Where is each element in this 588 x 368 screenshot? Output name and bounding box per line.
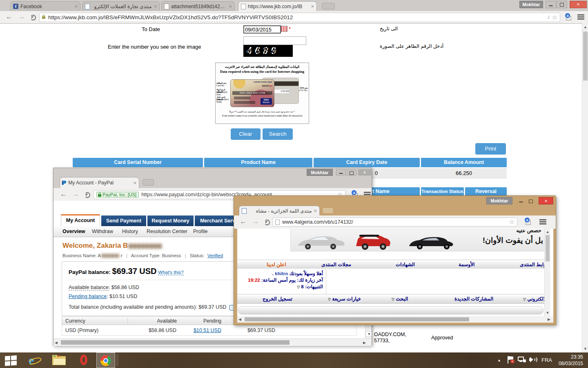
minimize-button[interactable] [336, 169, 346, 175]
scroll-left-icon[interactable]: ◀ [238, 317, 241, 321]
scroll-up-icon[interactable]: ▲ [582, 25, 588, 29]
whats-this-link[interactable]: What's this? [158, 270, 183, 275]
reload-button[interactable] [30, 15, 36, 20]
available-balance-link[interactable]: Available balance [69, 285, 109, 291]
tab-jkb-active[interactable]: https://www.jkb.com.jo/IB × [238, 1, 317, 11]
tab-request-money[interactable]: Request Money [147, 215, 194, 226]
minimize-button[interactable] [546, 1, 556, 8]
tab-paypal[interactable]: P My Account - PayPal × [60, 177, 139, 188]
tab-attachment[interactable]: attachment51849d142524 × [161, 1, 235, 11]
scroll-down-icon[interactable]: ▼ [582, 347, 588, 351]
minimize-button[interactable] [517, 198, 526, 204]
back-button[interactable]: ← [60, 190, 67, 198]
bookmark-star-icon[interactable]: ☆ [509, 218, 514, 226]
menu-advertise[interactable]: اعلن لدينا [267, 262, 286, 267]
captcha-input[interactable] [243, 36, 306, 45]
volume-icon[interactable] [529, 356, 537, 364]
profile-button[interactable]: Mokhtar [519, 1, 543, 8]
close-button[interactable]: × [358, 169, 371, 175]
cars-banner[interactable]: خصص عليه بل أن يفوت الأوان! [290, 229, 545, 251]
forum-content-vscrollbar[interactable]: ▲ ▼ [544, 229, 550, 316]
menu-email-fragment[interactable]: ▽ ع الالكتروني [523, 296, 544, 302]
internet-explorer-icon[interactable]: e [27, 353, 42, 367]
tab-close-icon[interactable]: × [154, 4, 157, 9]
subnav-profile[interactable]: Profile [193, 229, 207, 234]
scroll-down-icon[interactable]: ▼ [365, 331, 372, 337]
tab-my-account[interactable]: My Account [61, 214, 100, 226]
scrollbar-thumb[interactable] [546, 235, 550, 261]
clock[interactable]: 23:35 08/03/2015 [556, 354, 583, 367]
subnav-withdraw[interactable]: Withdraw [92, 229, 113, 234]
tab-close-icon[interactable]: × [133, 180, 136, 186]
close-button[interactable]: × [570, 1, 587, 8]
main-url-bar[interactable]: https://www.jkb.com.jo/IBS/eFRMWmJLWxBxU… [39, 13, 560, 22]
menu-search[interactable]: ▽ البحث [392, 296, 408, 302]
tab-close-icon[interactable]: × [314, 208, 317, 213]
scrollbar-thumb[interactable] [245, 317, 469, 321]
file-explorer-icon[interactable] [52, 355, 66, 366]
menu-icon[interactable] [364, 192, 371, 193]
subnav-history[interactable]: History [122, 229, 138, 234]
scrollbar-thumb[interactable] [583, 31, 588, 81]
scroll-left-icon[interactable]: ◀ [55, 341, 58, 345]
menu-logout[interactable]: تسجيل الخروج [263, 296, 292, 302]
forward-button[interactable]: → [72, 190, 79, 198]
reload-button[interactable] [264, 220, 270, 225]
profile-button[interactable]: Mokhtar [486, 197, 512, 204]
clear-button[interactable]: Clear [231, 128, 261, 140]
tab-forum[interactable]: منتدى اللمة الجزائرية - مشاه × [239, 206, 320, 215]
collapsed-section-bar[interactable] [238, 306, 543, 314]
new-tab-button[interactable] [322, 3, 335, 9]
dropdown-icon[interactable]: ▽ [297, 285, 300, 289]
new-tab-button[interactable] [143, 179, 154, 186]
new-tab-button[interactable] [322, 207, 334, 214]
scroll-right-icon[interactable]: ▶ [363, 341, 366, 345]
bookmark-star-icon[interactable]: ☆ [552, 14, 557, 21]
menu-forum-magazines[interactable]: مجلات المنتدى [321, 262, 351, 267]
username-link[interactable]: khitro [275, 271, 288, 276]
print-button[interactable]: Print [475, 143, 506, 155]
tray-show-hidden-icons[interactable]: ▲ [497, 358, 501, 362]
alerts-line[interactable]: التنبيهات: 8 ▽ [241, 283, 323, 290]
subnav-overview[interactable]: Overview [62, 229, 85, 234]
menu-forum-links[interactable]: وابط المنتدى [520, 262, 544, 267]
tab-facebook[interactable]: f Facebook × [10, 1, 80, 11]
forum-horizontal-scrollbar[interactable]: ◀ ▶ [237, 316, 553, 323]
back-button[interactable]: ← [240, 218, 247, 226]
forward-button[interactable]: → [252, 218, 259, 226]
scroll-down-icon[interactable]: ▼ [545, 311, 550, 315]
scroll-right-icon[interactable]: ▶ [548, 317, 550, 321]
menu-new-posts[interactable]: المشاركات الجديدة [454, 296, 493, 302]
main-vertical-scrollbar[interactable]: ▲ ▼ [582, 23, 588, 352]
translate-icon[interactable]: a [565, 14, 571, 20]
chrome-taskbar-button[interactable] [96, 352, 115, 368]
tab-close-icon[interactable]: × [311, 4, 314, 9]
maximize-button[interactable] [526, 198, 535, 204]
profile-button[interactable]: Mokhtar [307, 169, 333, 176]
start-button[interactable] [5, 355, 17, 366]
menu-certificates[interactable]: الشهادات [396, 262, 415, 267]
close-button[interactable]: × [539, 197, 553, 204]
tab-send-payment[interactable]: Send Payment [101, 215, 146, 226]
action-center-flag-icon[interactable]: × [507, 356, 514, 364]
subnav-resolution-center[interactable]: Resolution Center [147, 229, 187, 234]
back-button[interactable]: ← [6, 13, 13, 21]
scroll-up-icon[interactable]: ▲ [545, 230, 550, 234]
tab-close-icon[interactable]: × [74, 4, 78, 9]
menu-quick-options[interactable]: ▽ خيارات سريعة [328, 296, 361, 302]
calendar-icon[interactable] [281, 26, 287, 32]
verified-link[interactable]: Verified [207, 253, 223, 258]
maximize-button[interactable] [347, 169, 356, 175]
pending-balance-link[interactable]: Pending balance [69, 294, 107, 299]
menu-medals[interactable]: الأوسمة [459, 262, 474, 267]
forum-url-bar[interactable]: www.4algeria.com/vb/u174132/ ☆ [272, 218, 517, 227]
paypal-horizontal-scrollbar[interactable]: ◀ ▶ [53, 339, 372, 346]
search-button[interactable]: Search [263, 128, 293, 140]
reload-button[interactable] [85, 192, 90, 198]
translate-icon[interactable]: a [525, 218, 531, 224]
row-pending-link[interactable]: $10.51 USD [181, 328, 221, 333]
tab-forum-currencies[interactable]: منتدى تجارة العملات الإلكترو × [82, 1, 160, 11]
tab-close-icon[interactable]: × [229, 4, 232, 9]
forward-button[interactable]: → [18, 13, 25, 21]
opera-icon[interactable] [79, 354, 90, 366]
